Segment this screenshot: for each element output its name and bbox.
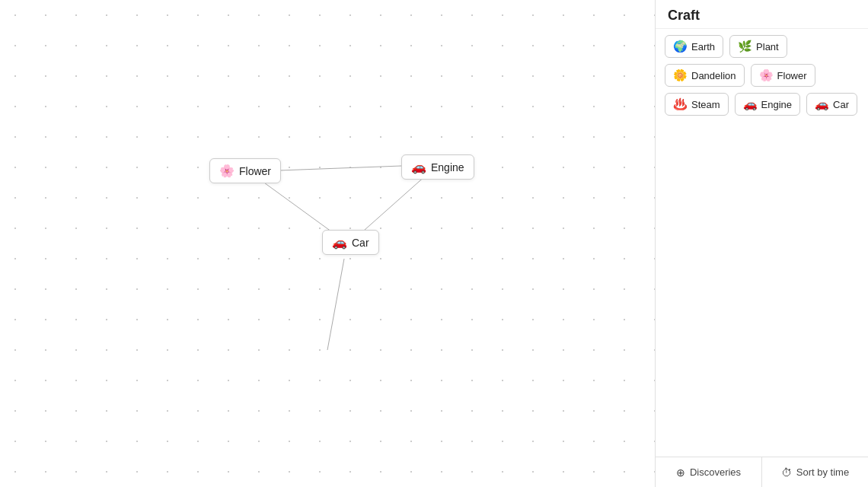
discoveries-icon: ⊕	[676, 466, 685, 479]
line-2	[358, 175, 426, 236]
chip-dandelion[interactable]: 🌼Dandelion	[665, 64, 745, 87]
car-emoji: 🚗	[815, 97, 829, 111]
sort-icon: ⏱	[781, 466, 792, 479]
line-3	[327, 259, 344, 350]
plant-emoji: 🌿	[738, 40, 752, 53]
chip-earth[interactable]: 🌍Earth	[665, 35, 723, 58]
flower-emoji: 🌸	[759, 68, 774, 82]
engine-node-emoji: 🚗	[411, 160, 426, 174]
sidebar-header: Craft	[656, 0, 868, 29]
steam-emoji: ♨️	[673, 97, 688, 111]
car-node-label: Car	[352, 237, 369, 249]
plant-label: Plant	[756, 41, 779, 53]
discoveries-label: Discoveries	[690, 466, 741, 478]
chip-engine[interactable]: 🚗Engine	[735, 93, 800, 116]
car-node-emoji: 🚗	[332, 235, 347, 250]
dandelion-emoji: 🌼	[673, 68, 688, 82]
flower-label: Flower	[777, 70, 807, 81]
discoveries-button[interactable]: ⊕ Discoveries	[656, 457, 761, 487]
earth-label: Earth	[691, 41, 715, 53]
car-label: Car	[833, 99, 849, 110]
sidebar-chips: 🌍Earth🌿Plant🌼Dandelion🌸Flower♨️Steam🚗Eng…	[656, 29, 868, 457]
chip-plant[interactable]: 🌿Plant	[729, 35, 787, 58]
flower-node-emoji: 🌸	[219, 164, 235, 178]
flower-node-label: Flower	[239, 165, 271, 177]
car-node[interactable]: 🚗Car	[322, 230, 379, 255]
engine-node-label: Engine	[431, 161, 464, 173]
canvas-area[interactable]: 🌸Flower🚗Engine🚗Car	[0, 0, 655, 487]
sort-label: Sort by time	[796, 466, 849, 478]
sidebar: Craft 🌍Earth🌿Plant🌼Dandelion🌸Flower♨️Ste…	[655, 0, 868, 487]
steam-label: Steam	[691, 99, 720, 110]
chip-steam[interactable]: ♨️Steam	[665, 93, 729, 116]
dandelion-label: Dandelion	[691, 70, 736, 81]
bottom-bar: ⊕ Discoveries ⏱ Sort by time	[656, 457, 868, 487]
earth-emoji: 🌍	[673, 40, 688, 53]
sort-by-time-button[interactable]: ⏱ Sort by time	[761, 457, 868, 487]
chip-car[interactable]: 🚗Car	[806, 93, 857, 116]
engine-label: Engine	[761, 99, 792, 110]
sidebar-title: Craft	[668, 8, 700, 23]
engine-emoji: 🚗	[743, 97, 758, 111]
chip-flower[interactable]: 🌸Flower	[751, 64, 815, 87]
engine-node[interactable]: 🚗Engine	[401, 154, 474, 180]
flower-node[interactable]: 🌸Flower	[209, 158, 281, 183]
